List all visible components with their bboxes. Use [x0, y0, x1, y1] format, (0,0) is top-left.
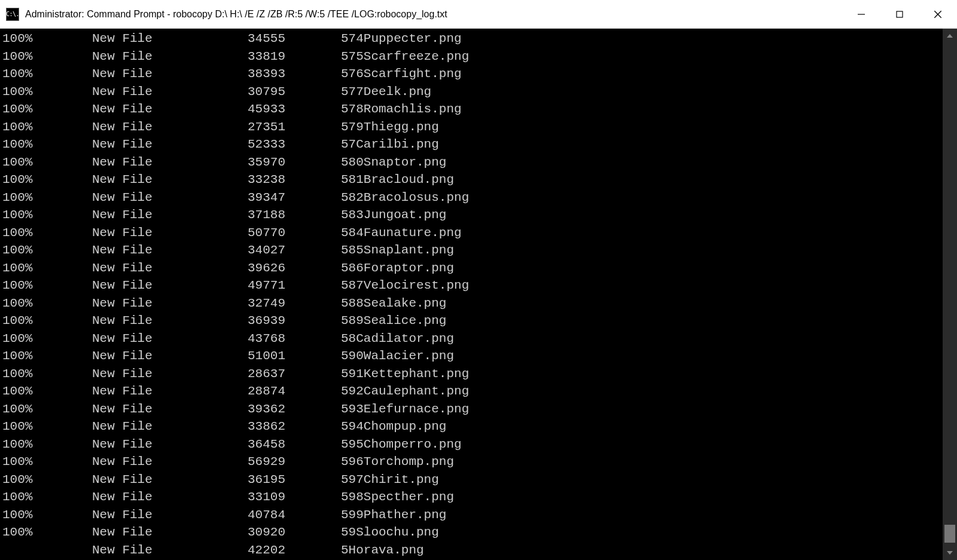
terminal-area: 100%New File34555574Puppecter.png100%New… — [0, 29, 957, 560]
titlebar[interactable]: C:\. Administrator: Command Prompt - rob… — [0, 0, 957, 29]
progress-percent: 100% — [2, 347, 92, 365]
file-status: New File — [92, 224, 248, 242]
file-name: 57Carilbi.png — [341, 136, 439, 154]
close-icon — [933, 10, 943, 19]
file-size: 27351 — [248, 118, 341, 136]
output-row: 100%New File28637591Kettephant.png — [2, 365, 943, 383]
progress-percent: 100% — [2, 241, 92, 259]
file-name: 593Elefurnace.png — [341, 400, 469, 418]
output-row: 100%New File36195597Chirit.png — [2, 471, 943, 489]
file-size: 42202 — [248, 541, 341, 559]
progress-percent: 100% — [2, 436, 92, 454]
output-row: 100%New File30795577Deelk.png — [2, 83, 943, 101]
progress-percent: 100% — [2, 400, 92, 418]
file-size: 36939 — [248, 312, 341, 330]
output-row: 100%New File49771587Velocirest.png — [2, 277, 943, 295]
file-size: 39362 — [248, 400, 341, 418]
file-status: New File — [92, 453, 248, 471]
file-status: New File — [92, 418, 248, 436]
chevron-up-icon — [947, 34, 953, 38]
progress-percent: 100% — [2, 471, 92, 489]
progress-percent: 100% — [2, 295, 92, 313]
window-title: Administrator: Command Prompt - robocopy… — [25, 9, 842, 20]
terminal-output[interactable]: 100%New File34555574Puppecter.png100%New… — [0, 29, 943, 560]
progress-percent: 100% — [2, 100, 92, 118]
file-status: New File — [92, 488, 248, 506]
maximize-icon — [895, 10, 904, 19]
file-size: 52333 — [248, 136, 341, 154]
file-size: 43768 — [248, 330, 341, 348]
file-name: 576Scarfight.png — [341, 65, 462, 83]
file-size: 30795 — [248, 83, 341, 101]
file-status: New File — [92, 241, 248, 259]
file-size: 38393 — [248, 65, 341, 83]
output-row: 100%New File28874592Caulephant.png — [2, 382, 943, 400]
file-status: New File — [92, 471, 248, 489]
file-size: 34555 — [248, 30, 341, 48]
file-size: 50770 — [248, 224, 341, 242]
scroll-down-arrow[interactable] — [943, 546, 957, 560]
file-status: New File — [92, 48, 248, 66]
command-prompt-window: C:\. Administrator: Command Prompt - rob… — [0, 0, 957, 560]
file-size: 39347 — [248, 189, 341, 207]
cmd-icon: C:\. — [6, 8, 19, 21]
output-row: 100%New File34555574Puppecter.png — [2, 30, 943, 48]
file-name: 592Caulephant.png — [341, 382, 469, 400]
maximize-button[interactable] — [880, 0, 919, 28]
output-row: 100%New File33862594Chompup.png — [2, 418, 943, 436]
output-row: 100%New File5233357Carilbi.png — [2, 136, 943, 154]
file-name: 594Chompup.png — [341, 418, 446, 436]
file-size: 45933 — [248, 100, 341, 118]
progress-percent: 100% — [2, 118, 92, 136]
file-status: New File — [92, 189, 248, 207]
file-status: New File — [92, 277, 248, 295]
file-size: 33109 — [248, 488, 341, 506]
close-button[interactable] — [919, 0, 957, 28]
output-row: 100%New File50770584Faunature.png — [2, 224, 943, 242]
file-status: New File — [92, 171, 248, 189]
file-name: 590Walacier.png — [341, 347, 454, 365]
file-size: 37188 — [248, 206, 341, 224]
file-name: 59Sloochu.png — [341, 524, 439, 541]
file-name: 589Sealice.png — [341, 312, 446, 330]
file-status: New File — [92, 347, 248, 365]
file-status: New File — [92, 118, 248, 136]
output-row: 100%New File37188583Jungoat.png — [2, 206, 943, 224]
progress-percent: 100% — [2, 224, 92, 242]
output-row: 100%New File39362593Elefurnace.png — [2, 400, 943, 418]
file-size: 35970 — [248, 154, 341, 172]
chevron-down-icon — [947, 551, 953, 555]
progress-percent: 100% — [2, 154, 92, 172]
scrollbar[interactable] — [943, 29, 957, 560]
minimize-button[interactable] — [842, 0, 880, 28]
file-size: 33862 — [248, 418, 341, 436]
progress-percent: 100% — [2, 488, 92, 506]
file-name: 584Faunature.png — [341, 224, 462, 242]
file-name: 583Jungoat.png — [341, 206, 446, 224]
scroll-up-arrow[interactable] — [943, 29, 957, 43]
file-name: 595Chomperro.png — [341, 436, 462, 454]
file-status: New File — [92, 524, 248, 541]
progress-percent: 100% — [2, 83, 92, 101]
file-name: 587Velocirest.png — [341, 277, 469, 295]
file-name: 581Bracloud.png — [341, 171, 454, 189]
file-name: 574Puppecter.png — [341, 30, 462, 48]
progress-percent: 100% — [2, 524, 92, 541]
scrollbar-thumb[interactable] — [944, 525, 955, 543]
file-status: New File — [92, 365, 248, 383]
file-name: 578Romachlis.png — [341, 100, 462, 118]
file-name: 596Torchomp.png — [341, 453, 454, 471]
file-name: 586Foraptor.png — [341, 259, 454, 277]
output-row: 100%New File39626586Foraptor.png — [2, 259, 943, 277]
output-row: 100%New File34027585Snaplant.png — [2, 241, 943, 259]
file-size: 51001 — [248, 347, 341, 365]
file-status: New File — [92, 259, 248, 277]
progress-percent: 100% — [2, 259, 92, 277]
output-row: New File422025Horava.png — [2, 541, 943, 559]
progress-percent: 100% — [2, 277, 92, 295]
file-size: 40784 — [248, 506, 341, 524]
file-name: 58Cadilator.png — [341, 330, 454, 348]
output-row: 100%New File27351579Thiegg.png — [2, 118, 943, 136]
file-size: 33819 — [248, 48, 341, 66]
file-size: 28874 — [248, 382, 341, 400]
